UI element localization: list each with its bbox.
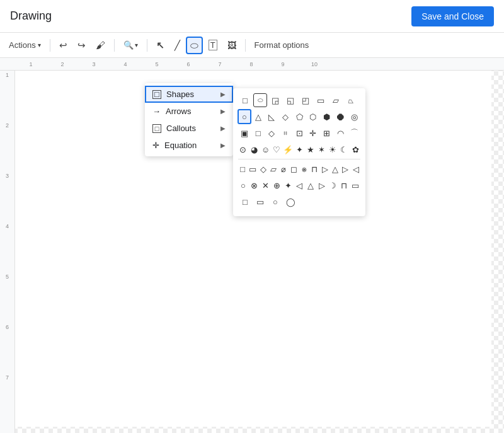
actions-button[interactable]: Actions ▾ xyxy=(5,38,45,52)
ruler-mark: 7 xyxy=(204,61,236,67)
shape-cross[interactable]: ✛ xyxy=(307,126,319,140)
shape-frame[interactable]: ▣ xyxy=(238,126,251,140)
image-button[interactable]: 🖼 xyxy=(224,38,240,53)
ruler-left: 1 2 3 4 5 6 7 xyxy=(0,71,15,433)
canvas-area: 1 2 3 4 5 6 7 8 9 10 1 2 3 4 5 6 7 □ Sha… xyxy=(0,58,504,433)
flow-10[interactable]: ☽ xyxy=(328,178,338,192)
flow-diamond[interactable]: ◇ xyxy=(259,162,268,176)
menu-item-shapes[interactable]: □ Shapes ▶ □ ⬭ ◲ ◱ ◰ ▭ ▱ ⏢ ○ xyxy=(145,86,233,103)
image-icon: 🖼 xyxy=(227,40,236,50)
shape-hexagon[interactable]: ⬡ xyxy=(307,110,319,124)
shapes-button[interactable]: ⬭ xyxy=(186,37,202,54)
undo-button[interactable]: ↩ xyxy=(55,37,71,54)
redo-button[interactable]: ↪ xyxy=(74,37,89,54)
shape-star4[interactable]: ✦ xyxy=(294,142,304,156)
flow-term[interactable]: ▷ xyxy=(321,162,329,176)
shape-bevel[interactable]: ⌗ xyxy=(279,126,292,140)
undo-icon: ↩ xyxy=(59,40,67,51)
shape-diamond[interactable]: ◇ xyxy=(279,110,292,124)
shape-heptagon[interactable]: ⬢ xyxy=(321,110,333,124)
flow-11[interactable]: ⊓ xyxy=(339,178,349,192)
shape-decagon[interactable]: ◎ xyxy=(348,110,360,124)
menu-item-equation[interactable]: ✛ Equation ▶ xyxy=(145,137,233,154)
flow-manual[interactable]: ▷ xyxy=(341,162,350,176)
paint-format-button[interactable]: 🖌 xyxy=(92,37,109,53)
arrows-menu-label: Arrows xyxy=(166,107,191,116)
shape-arc[interactable]: ⌒ xyxy=(348,126,360,140)
shapes-row-2: ○ △ ◺ ◇ ⬠ ⬡ ⬢ ⯃ ◎ xyxy=(238,110,360,124)
shape-flower[interactable]: ✿ xyxy=(350,142,360,156)
flow-rounded[interactable]: ▭ xyxy=(248,162,257,176)
shapes-menu-icon: □ xyxy=(152,90,161,99)
shape-rectangle[interactable]: □ xyxy=(238,93,252,107)
shape-heart[interactable]: ♡ xyxy=(272,142,282,156)
ruler-vert-mark: 7 xyxy=(0,373,14,424)
shape-sq[interactable]: □ xyxy=(252,126,265,140)
flow-prep[interactable]: △ xyxy=(331,162,340,176)
shape-rect-2[interactable]: ▭ xyxy=(314,93,328,107)
flow-parallelogram[interactable]: ▱ xyxy=(269,162,278,176)
callouts-submenu-arrow: ▶ xyxy=(220,125,226,132)
flow-multi-doc[interactable]: ⊓ xyxy=(310,162,319,176)
callouts-menu-icon: □ xyxy=(152,124,161,133)
flow-14[interactable]: ▭ xyxy=(253,195,267,209)
shape-sun[interactable]: ☀ xyxy=(328,142,338,156)
flow-offpage[interactable]: ◁ xyxy=(352,162,360,176)
menu-item-arrows[interactable]: → Arrows ▶ xyxy=(145,103,233,120)
shape-star5[interactable]: ★ xyxy=(306,142,316,156)
menu-item-callouts[interactable]: □ Callouts ▶ xyxy=(145,120,233,137)
flow-12[interactable]: ▭ xyxy=(350,178,360,192)
select-button[interactable]: ↖ xyxy=(152,37,168,54)
flow-15[interactable]: ○ xyxy=(268,195,282,209)
ruler-mark: 10 xyxy=(299,61,330,67)
flow-2[interactable]: ○ xyxy=(238,178,248,192)
equation-menu-label: Equation xyxy=(164,141,197,150)
shape-plus[interactable]: ⊞ xyxy=(321,126,333,140)
flow-doc[interactable]: ⎈ xyxy=(300,162,309,176)
shape-pentagon[interactable]: ⬠ xyxy=(293,110,306,124)
redo-icon: ↪ xyxy=(77,40,86,51)
flow-9[interactable]: ▷ xyxy=(317,178,327,192)
flow-8[interactable]: △ xyxy=(306,178,316,192)
shape-rounded-rect[interactable]: ⬭ xyxy=(253,93,267,107)
ruler-mark: 6 xyxy=(173,61,204,67)
flow-rect[interactable]: □ xyxy=(238,162,247,176)
shape-snip-rect[interactable]: ◲ xyxy=(268,93,282,107)
flow-6[interactable]: ✦ xyxy=(283,178,293,192)
shape-parallelogram[interactable]: ▱ xyxy=(329,93,343,107)
shape-snip2-rect[interactable]: ◱ xyxy=(284,93,297,107)
shape-folded[interactable]: ⊡ xyxy=(293,126,306,140)
line-button[interactable]: ╱ xyxy=(171,37,184,54)
shape-triangle[interactable]: △ xyxy=(252,110,265,124)
flow-cylinder[interactable]: ⌀ xyxy=(279,162,288,176)
shapes-icon: ⬭ xyxy=(190,40,198,51)
insert-menu: □ Shapes ▶ □ ⬭ ◲ ◱ ◰ ▭ ▱ ⏢ ○ xyxy=(145,83,233,156)
zoom-button[interactable]: 🔍 ▾ xyxy=(120,38,142,52)
shapes-row-6: ○ ⊗ ✕ ⊕ ✦ ◁ △ ▷ ☽ ⊓ ▭ xyxy=(238,178,360,192)
shape-trapezoid[interactable]: ⏢ xyxy=(344,93,358,107)
shape-circle-ring[interactable]: ◕ xyxy=(249,142,260,156)
shape-right-triangle[interactable]: ◺ xyxy=(266,110,278,124)
shape-lightning[interactable]: ⚡ xyxy=(283,142,293,156)
shape-ellipse[interactable]: ○ xyxy=(238,110,251,124)
format-options-button[interactable]: Format options xyxy=(251,38,313,52)
flow-4[interactable]: ✕ xyxy=(261,178,271,192)
flow-5[interactable]: ⊕ xyxy=(272,178,282,192)
flow-circle[interactable]: ◻ xyxy=(290,162,299,176)
shape-no-symbol[interactable]: ⊙ xyxy=(238,142,248,156)
shapes-menu-label: Shapes xyxy=(166,89,194,99)
shape-octagon[interactable]: ⯃ xyxy=(334,110,346,124)
flow-3[interactable]: ⊗ xyxy=(249,178,260,192)
shape-star6[interactable]: ✶ xyxy=(317,142,327,156)
textbox-button[interactable]: T xyxy=(205,37,221,53)
shape-chord[interactable]: ◠ xyxy=(334,126,346,140)
flow-16[interactable]: ◯ xyxy=(284,195,297,209)
shape-moon[interactable]: ☾ xyxy=(339,142,349,156)
flow-7[interactable]: ◁ xyxy=(294,178,304,192)
save-close-button[interactable]: Save and Close xyxy=(411,6,494,26)
ruler-vert-mark: 2 xyxy=(0,121,14,171)
flow-13[interactable]: □ xyxy=(238,195,252,209)
shape-round-snip[interactable]: ◰ xyxy=(299,93,312,107)
shape-smiley[interactable]: ☺ xyxy=(261,142,271,156)
shape-dia2[interactable]: ◇ xyxy=(266,126,278,140)
